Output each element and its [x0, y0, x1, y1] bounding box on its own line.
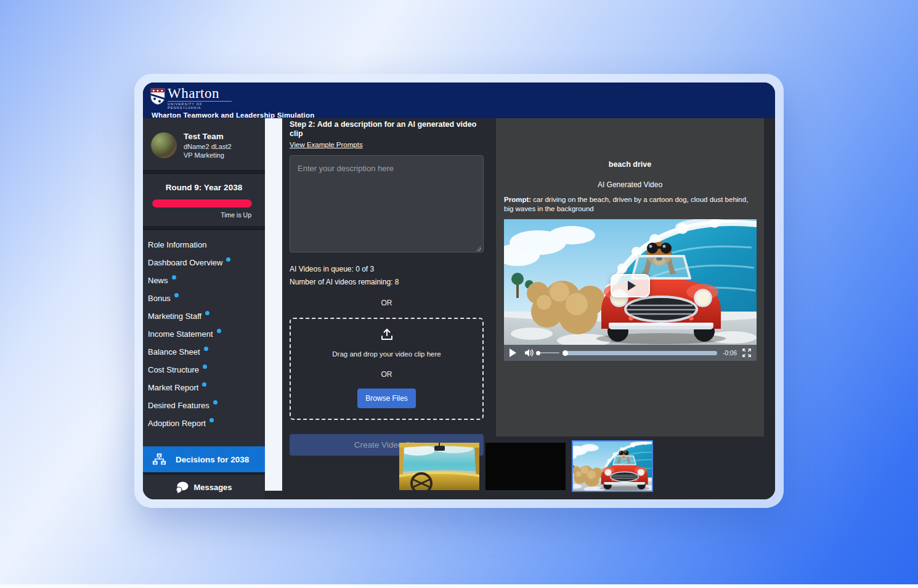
app-window: Wharton University of Pennsylvania Whart…: [134, 74, 784, 508]
play-button[interactable]: [510, 348, 516, 357]
seek-bar[interactable]: [566, 351, 717, 355]
sidebar-item-market-report[interactable]: Market Report: [143, 379, 265, 397]
video-thumbnails: [399, 440, 653, 492]
notification-dot: [204, 347, 208, 351]
or-divider: OR: [290, 299, 484, 307]
notification-dot: [226, 257, 230, 262]
notification-dot: [202, 382, 206, 387]
thumbnail-black-frame[interactable]: [485, 443, 566, 490]
prompt-text: car driving on the beach, driven by a ca…: [504, 196, 748, 212]
team-member: dName2 dLast2: [184, 143, 232, 150]
remaining-status: Number of AI videos remaining: 8: [290, 278, 484, 286]
dropzone-or: OR: [291, 370, 482, 379]
thumbnail-red-beach-car[interactable]: [572, 440, 653, 492]
messages-label: Messages: [193, 483, 232, 492]
play-overlay-button[interactable]: [611, 274, 650, 297]
upload-icon: [380, 328, 394, 341]
app-header: Wharton University of Pennsylvania Whart…: [143, 83, 775, 118]
sidebar-item-adoption-report[interactable]: Adoption Report: [143, 414, 265, 432]
wharton-logo: Wharton University of Pennsylvania: [150, 87, 775, 110]
notification-dot: [213, 400, 217, 405]
sidebar-nav: Role Information Dashboard Overview News…: [143, 230, 265, 446]
messages-button[interactable]: Messages: [143, 472, 265, 499]
team-block: Test Team dName2 dLast2 VP Marketing: [143, 118, 265, 170]
video-form: Step 2: Add a description for an AI gene…: [290, 120, 484, 456]
logo-wordmark: Wharton: [168, 87, 232, 100]
sidebar-item-role-information[interactable]: Role Information: [143, 236, 265, 254]
time-remaining: -0:06: [723, 350, 737, 356]
sidebar: Test Team dName2 dLast2 VP Marketing Rou…: [143, 118, 265, 499]
logo-subtext: University of Pennsylvania: [168, 101, 232, 110]
browse-files-button[interactable]: Browse Files: [357, 389, 416, 408]
scrollbar-track[interactable]: [265, 118, 282, 491]
volume-button[interactable]: [524, 348, 534, 357]
decisions-button[interactable]: Decisions for 2038: [143, 446, 265, 472]
notification-dot: [205, 311, 209, 315]
round-progress-fill: [152, 199, 252, 207]
main-content: Step 2: Add a description for an AI gene…: [282, 118, 775, 499]
divider: [143, 170, 265, 174]
notification-dot: [174, 293, 179, 297]
divider: [143, 226, 265, 230]
video-dropzone[interactable]: Drag and drop your video clip here OR Br…: [290, 318, 484, 420]
volume-slider[interactable]: [538, 352, 559, 353]
description-input[interactable]: [290, 155, 484, 252]
notification-dot: [172, 275, 176, 280]
page-bottom-strip: [0, 584, 918, 588]
view-example-prompts-link[interactable]: View Example Prompts: [290, 141, 363, 148]
sidebar-item-marketing-staff[interactable]: Marketing Staff: [143, 307, 265, 325]
round-title: Round 9: Year 2038: [143, 183, 265, 192]
video-prompt: Prompt: car driving on the beach, driven…: [504, 195, 757, 214]
video-controls: -0:06: [504, 345, 757, 361]
sidebar-item-dashboard-overview[interactable]: Dashboard Overview: [143, 254, 265, 272]
sidebar-item-bonus[interactable]: Bonus: [143, 289, 265, 307]
org-chart-icon: [152, 453, 166, 467]
resize-handle-icon[interactable]: [476, 246, 481, 251]
team-avatar: [151, 132, 177, 158]
video-type-label: AI Generated Video: [496, 180, 764, 189]
video-player[interactable]: -0:06: [504, 219, 757, 361]
round-status: Time is Up: [143, 211, 251, 219]
fullscreen-icon: [742, 348, 751, 357]
video-title: beach drive: [496, 160, 764, 169]
team-role: VP Marketing: [184, 151, 232, 159]
notification-dot: [217, 329, 221, 333]
notification-dot: [209, 418, 214, 422]
fullscreen-button[interactable]: [742, 348, 751, 357]
prompt-label: Prompt:: [504, 196, 531, 203]
seek-knob[interactable]: [563, 350, 568, 356]
speaker-icon: [524, 348, 534, 357]
dropzone-instruction: Drag and drop your video clip here: [291, 350, 482, 358]
speech-bubbles-icon: [176, 481, 189, 493]
round-block: Round 9: Year 2038 Time is Up: [143, 174, 265, 226]
thumbnail-yellow-car-dashboard[interactable]: [399, 443, 479, 490]
sidebar-item-cost-structure[interactable]: Cost Structure: [143, 361, 265, 379]
team-name: Test Team: [184, 132, 232, 141]
sidebar-item-news[interactable]: News: [143, 272, 265, 289]
play-icon: [628, 281, 636, 291]
sidebar-item-desired-features[interactable]: Desired Features: [143, 397, 265, 414]
notification-dot: [203, 364, 207, 369]
wharton-shield-icon: [150, 88, 165, 105]
video-panel: beach drive AI Generated Video Prompt: c…: [496, 118, 764, 437]
sidebar-item-income-statement[interactable]: Income Statement: [143, 325, 265, 343]
step-heading: Step 2: Add a description for an AI gene…: [290, 120, 484, 139]
queue-status: AI Videos in queue: 0 of 3: [290, 265, 484, 273]
volume-knob[interactable]: [536, 351, 540, 355]
sidebar-item-balance-sheet[interactable]: Balance Sheet: [143, 343, 265, 361]
round-progress-bar: [152, 199, 252, 207]
decisions-label: Decisions for 2038: [176, 455, 249, 464]
